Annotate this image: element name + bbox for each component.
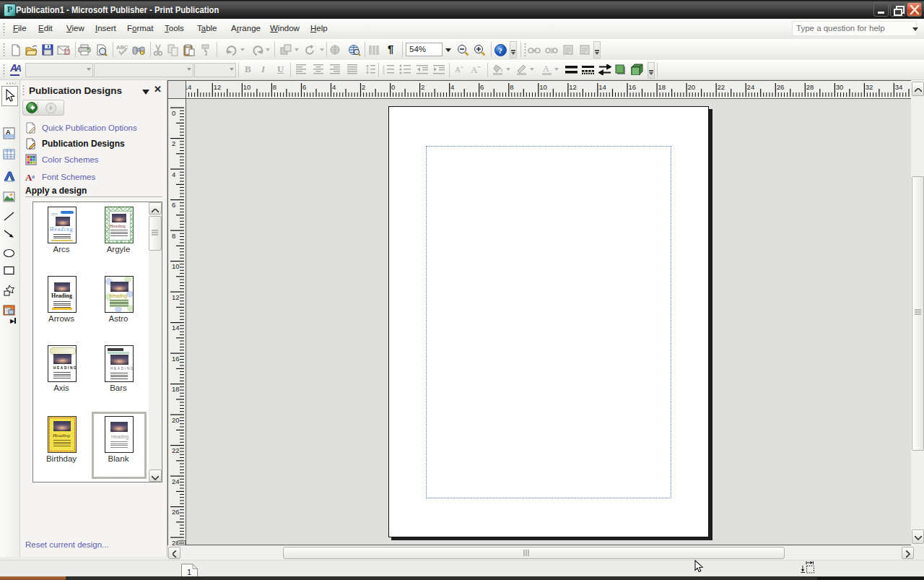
- svg-text:4: 4: [332, 83, 336, 91]
- svg-text:3: 3: [383, 72, 385, 74]
- svg-text:28: 28: [806, 83, 814, 91]
- svg-text:14: 14: [172, 324, 180, 332]
- svg-text:2: 2: [421, 83, 424, 91]
- svg-text:8: 8: [172, 232, 175, 240]
- svg-text:26: 26: [777, 83, 785, 91]
- svg-text:20: 20: [688, 83, 696, 91]
- svg-text:18: 18: [172, 385, 180, 393]
- svg-text:A: A: [6, 129, 11, 136]
- svg-text:0: 0: [172, 109, 175, 117]
- svg-text:A: A: [543, 64, 549, 74]
- svg-text:4: 4: [172, 170, 175, 178]
- svg-text:10: 10: [172, 262, 180, 270]
- svg-text:?: ?: [498, 46, 502, 54]
- svg-text:22: 22: [172, 446, 180, 454]
- svg-text:10: 10: [539, 83, 547, 91]
- svg-text:22: 22: [718, 83, 725, 91]
- svg-text:12: 12: [214, 83, 222, 91]
- svg-text:8: 8: [510, 83, 513, 91]
- svg-text:6: 6: [172, 201, 175, 209]
- svg-text:16: 16: [172, 355, 180, 363]
- svg-text:4: 4: [450, 83, 454, 91]
- svg-text:32: 32: [866, 83, 873, 91]
- svg-text:0: 0: [391, 83, 395, 91]
- svg-text:24: 24: [172, 477, 180, 485]
- svg-text:10: 10: [243, 83, 251, 91]
- svg-text:20: 20: [172, 416, 180, 424]
- svg-text:6: 6: [480, 83, 484, 91]
- svg-text:8: 8: [273, 83, 276, 91]
- svg-text:1: 1: [187, 568, 191, 576]
- svg-text:12: 12: [569, 83, 577, 91]
- svg-text:34: 34: [895, 83, 903, 91]
- svg-text:26: 26: [172, 508, 180, 516]
- svg-text:16: 16: [628, 83, 636, 91]
- svg-text:a: a: [32, 173, 35, 180]
- svg-text:24: 24: [747, 83, 755, 91]
- svg-text:2: 2: [362, 83, 365, 91]
- svg-text:12: 12: [172, 293, 180, 301]
- svg-text:18: 18: [658, 83, 666, 91]
- svg-text:2: 2: [172, 139, 175, 147]
- svg-text:14: 14: [186, 83, 191, 91]
- svg-text:30: 30: [836, 83, 844, 91]
- svg-text:6: 6: [302, 83, 306, 91]
- svg-text:14: 14: [598, 83, 606, 91]
